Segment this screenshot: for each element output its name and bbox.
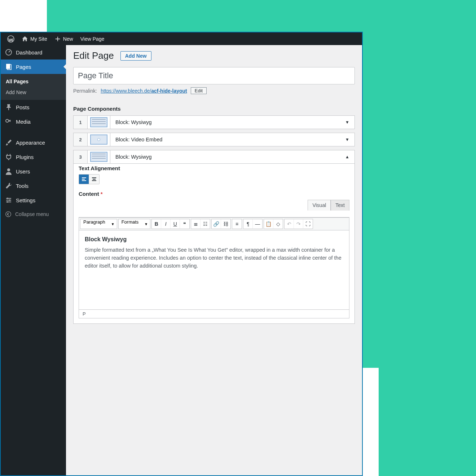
editor-body: Simple formatted text from a „What You S… xyxy=(85,246,343,270)
site-link[interactable]: My Site xyxy=(18,32,51,45)
block-thumb xyxy=(88,150,110,164)
editor-box: Paragraph▼ Formats▼ B I U ❝ xyxy=(79,217,349,318)
editor-toolbar: Paragraph▼ Formats▼ B I U ❝ xyxy=(79,217,349,230)
tab-visual[interactable]: Visual xyxy=(308,200,331,211)
chevron-up-icon: ▲ xyxy=(345,154,349,159)
pages-submenu: All Pages Add New xyxy=(1,74,66,100)
wp-admin-window: My Site New View Page Dashboard Pages Al… xyxy=(0,32,363,476)
bullet-list-button[interactable]: ≣ xyxy=(191,219,200,229)
plus-icon xyxy=(54,36,61,42)
tab-text[interactable]: Text xyxy=(331,200,349,211)
paragraph-mark-button[interactable]: ¶ xyxy=(243,219,253,229)
sidebar-item-tools[interactable]: Tools xyxy=(1,178,66,193)
sidebar-item-users[interactable]: Users xyxy=(1,164,66,178)
permalink-row: Permalink: https://www.bleech.de/acf-hid… xyxy=(73,87,355,94)
components-heading: Page Components xyxy=(73,106,355,112)
align-button[interactable]: ≡ xyxy=(232,219,242,229)
block-row: 1 Block: Wysiwyg ▼ xyxy=(73,115,355,129)
permalink-label: Permalink: xyxy=(73,88,97,94)
chevron-down-icon: ▼ xyxy=(345,120,349,125)
collapse-menu[interactable]: Collapse menu xyxy=(1,207,66,221)
home-icon xyxy=(22,36,28,42)
block-thumb xyxy=(88,115,110,129)
sliders-icon xyxy=(5,197,12,204)
submenu-add-new[interactable]: Add New xyxy=(1,87,66,98)
sidebar-item-posts[interactable]: Posts xyxy=(1,100,66,114)
block-toggle[interactable]: Block: Wysiwyg ▼ xyxy=(110,115,355,129)
svg-point-7 xyxy=(9,199,10,201)
page-title: Edit Page xyxy=(73,50,114,61)
submenu-all-pages[interactable]: All Pages xyxy=(1,76,66,87)
block-number[interactable]: 1 xyxy=(73,115,88,129)
clear-format-button[interactable]: ◇ xyxy=(273,219,283,229)
admin-topbar: My Site New View Page xyxy=(1,32,362,45)
content-label: Content * xyxy=(79,191,349,197)
svg-point-8 xyxy=(7,201,8,203)
redo-button[interactable]: ↷ xyxy=(294,219,303,229)
sidebar-item-appearance[interactable]: Appearance xyxy=(1,135,66,150)
bold-button[interactable]: B xyxy=(152,219,161,229)
view-page-link[interactable]: View Page xyxy=(77,32,108,45)
block-row: 2 Block: Video Embed ▼ xyxy=(73,133,355,146)
dashboard-icon xyxy=(5,49,12,56)
paragraph-select[interactable]: Paragraph▼ xyxy=(80,219,117,229)
block-thumb xyxy=(88,133,110,146)
editor-path: P xyxy=(79,309,349,318)
sidebar-item-media[interactable]: Media xyxy=(1,114,66,129)
pin-icon xyxy=(5,103,12,111)
sidebar-item-plugins[interactable]: Plugins xyxy=(1,150,66,164)
italic-button[interactable]: I xyxy=(161,219,171,229)
user-icon xyxy=(5,168,12,175)
main-content: Edit Page Add New Permalink: https://www… xyxy=(66,45,362,475)
undo-button[interactable]: ↶ xyxy=(285,219,294,229)
page-title-input[interactable] xyxy=(78,71,350,80)
editor-content[interactable]: Block Wysiwyg Simple formatted text from… xyxy=(79,230,349,309)
align-left-button[interactable] xyxy=(79,175,89,184)
plug-icon xyxy=(5,153,12,160)
block-toggle[interactable]: Block: Video Embed ▼ xyxy=(110,133,355,146)
svg-point-4 xyxy=(6,119,9,122)
chevron-down-icon: ▼ xyxy=(345,137,349,142)
sidebar-item-settings[interactable]: Settings xyxy=(1,193,66,207)
sidebar-item-dashboard[interactable]: Dashboard xyxy=(1,45,66,60)
permalink-link[interactable]: https://www.bleech.de/acf-hide-layout xyxy=(101,88,187,94)
new-link[interactable]: New xyxy=(51,32,77,45)
svg-point-9 xyxy=(6,212,11,217)
media-icon xyxy=(5,118,12,125)
fullscreen-button[interactable]: ⛶ xyxy=(303,219,313,229)
block-number[interactable]: 2 xyxy=(73,133,88,146)
align-center-button[interactable] xyxy=(89,175,99,184)
wp-logo[interactable] xyxy=(4,32,18,45)
underline-button[interactable]: U xyxy=(171,219,180,229)
block-panel: Text Alignement Content * Visual xyxy=(73,160,355,324)
svg-point-5 xyxy=(7,168,10,171)
sidebar-item-pages[interactable]: Pages xyxy=(1,60,66,74)
link-button[interactable]: 🔗 xyxy=(212,219,221,229)
add-new-button[interactable]: Add New xyxy=(120,51,151,61)
number-list-button[interactable]: ☷ xyxy=(200,219,210,229)
block-row: 3 Block: Wysiwyg ▲ xyxy=(73,150,355,164)
formats-select[interactable]: Formats▼ xyxy=(118,219,151,229)
paste-button[interactable]: 📋 xyxy=(264,219,273,229)
editor-heading: Block Wysiwyg xyxy=(85,236,343,243)
title-box xyxy=(73,67,355,84)
blockquote-button[interactable]: ❝ xyxy=(180,219,189,229)
block-toggle[interactable]: Block: Wysiwyg ▲ xyxy=(110,150,355,164)
editor-tabs: Visual Text xyxy=(79,199,349,210)
admin-sidebar: Dashboard Pages All Pages Add New Posts … xyxy=(1,45,66,475)
site-name: My Site xyxy=(30,36,47,42)
wrench-icon xyxy=(5,182,12,189)
block-number[interactable]: 3 xyxy=(73,150,88,164)
pages-icon xyxy=(5,63,12,70)
page-header: Edit Page Add New xyxy=(73,50,355,61)
brush-icon xyxy=(5,139,12,146)
alignment-buttons xyxy=(79,174,100,184)
permalink-edit-button[interactable]: Edit xyxy=(191,87,207,94)
collapse-icon xyxy=(5,211,12,217)
new-label: New xyxy=(63,36,73,42)
alignment-label: Text Alignement xyxy=(79,165,349,171)
unlink-button[interactable]: ⛓ xyxy=(221,219,230,229)
hr-button[interactable]: ― xyxy=(253,219,262,229)
svg-point-6 xyxy=(7,198,8,199)
